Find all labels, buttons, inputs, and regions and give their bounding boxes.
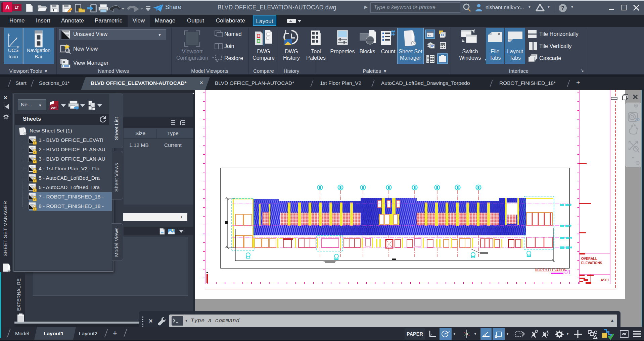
svg-text:ELEVATIONS: ELEVATIONS <box>581 261 602 265</box>
svg-text:01: 01 <box>564 269 571 276</box>
svg-text:LT: LT <box>15 5 19 9</box>
svg-text:✕: ✕ <box>497 32 500 36</box>
svg-text:2D: 2D <box>635 118 640 122</box>
svg-text:OVERALL: OVERALL <box>581 257 597 261</box>
svg-text:DWF: DWF <box>51 106 57 109</box>
svg-text:A: A <box>5 4 10 11</box>
svg-text:A501: A501 <box>601 278 609 282</box>
svg-text:NORTH ELEVATION: NORTH ELEVATION <box>535 268 566 272</box>
svg-text:?: ? <box>561 5 564 11</box>
